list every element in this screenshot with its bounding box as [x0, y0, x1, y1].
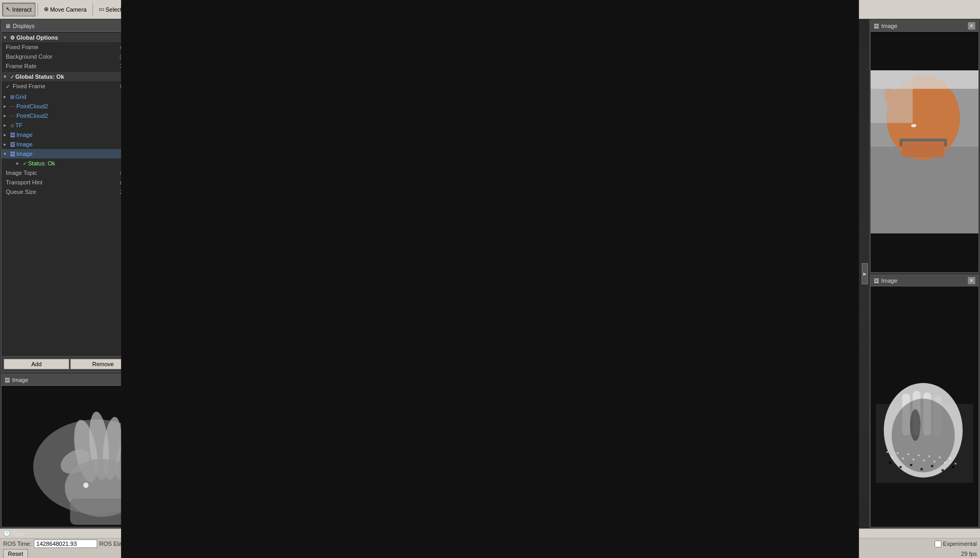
main-area: 🖥 Displays ✕ ▾ ⚙ Global Options Fixed Fr… — [0, 19, 980, 528]
right-image-panel-top: 🖼 Image ✕ — [870, 20, 979, 273]
right-image-top-preview — [871, 32, 978, 272]
right-panel: 🖼 Image ✕ — [869, 19, 980, 528]
color-hand-svg-bottom — [871, 32, 978, 272]
